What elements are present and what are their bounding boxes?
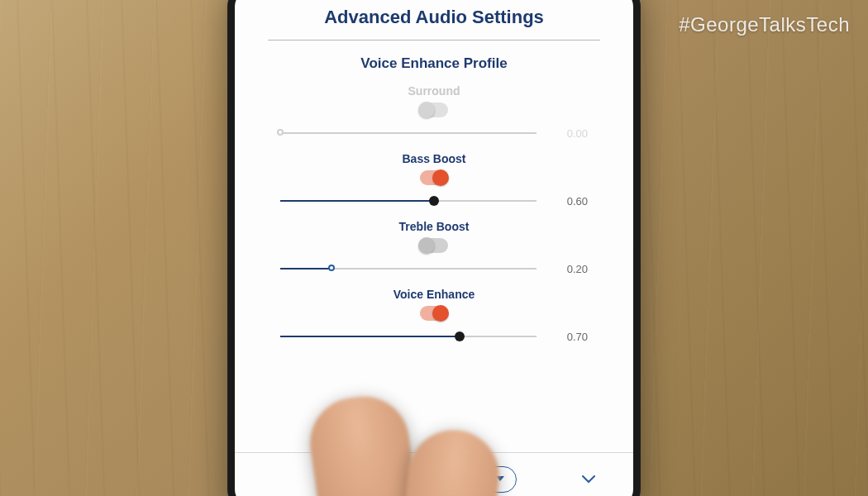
- treble-boost-group: Treble Boost 0.20: [280, 220, 588, 276]
- surround-slider: [280, 126, 537, 141]
- expand-button[interactable]: [575, 469, 602, 490]
- treble-boost-slider[interactable]: [280, 261, 537, 276]
- toggle-knob-icon: [418, 237, 435, 254]
- surround-label: Surround: [280, 84, 588, 98]
- phone-screen: Advanced Audio Settings Voice Enhance Pr…: [235, 0, 633, 496]
- voice-enhance-slider[interactable]: [280, 329, 537, 344]
- phone-frame: Advanced Audio Settings Voice Enhance Pr…: [227, 0, 641, 496]
- profile-subtitle: Voice Enhance Profile: [235, 41, 633, 80]
- surround-group: Surround 0.00: [280, 84, 588, 141]
- toggle-knob-icon: [418, 102, 435, 118]
- voice-enhance-value: 0.70: [553, 331, 588, 343]
- voice-enhance-group: Voice Enhance 0.70: [280, 288, 588, 344]
- page-title: Advanced Audio Settings: [235, 0, 633, 40]
- bass-boost-slider[interactable]: [280, 193, 537, 208]
- bass-boost-toggle[interactable]: [420, 170, 448, 185]
- video-watermark: #GeorgeTalksTech: [679, 13, 850, 36]
- bass-boost-group: Bass Boost 0.60: [280, 152, 588, 208]
- treble-boost-value: 0.20: [553, 263, 588, 275]
- bass-boost-value: 0.60: [553, 195, 588, 207]
- voice-enhance-label: Voice Enhance: [280, 288, 588, 301]
- controls-area: Surround 0.00 Bass Boost: [235, 80, 633, 446]
- treble-boost-toggle[interactable]: [420, 238, 448, 253]
- toggle-knob-icon: [432, 305, 449, 322]
- surround-toggle: [420, 103, 448, 117]
- chevron-down-icon: [582, 475, 595, 484]
- voice-enhance-toggle[interactable]: [420, 306, 448, 321]
- treble-boost-label: Treble Boost: [280, 220, 588, 233]
- bass-boost-label: Bass Boost: [280, 152, 588, 165]
- surround-value: 0.00: [553, 127, 588, 140]
- toggle-knob-icon: [432, 169, 449, 186]
